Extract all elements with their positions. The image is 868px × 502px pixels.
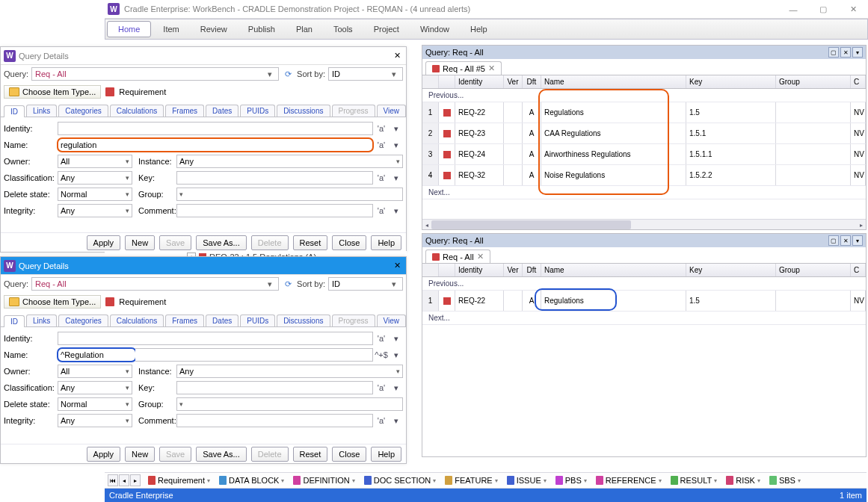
identity-arrow[interactable]: ▾ [390,124,403,134]
table-row[interactable]: 4REQ-32ANoise Regulations1.5.2.2NV [422,165,866,186]
horizontal-scrollbar[interactable]: ◂▸ [422,219,866,229]
close-icon[interactable]: ✕ [840,47,851,58]
tab-close-icon[interactable]: ✕ [477,252,484,261]
identity-exp[interactable]: 'a' [375,124,388,133]
type-chip[interactable]: RESULT▾ [668,474,721,487]
next-link[interactable]: Next... [422,186,866,199]
chevron-down-icon[interactable]: ▾ [714,477,717,484]
tab-calculations[interactable]: Calculations [110,105,164,117]
scroll-right-icon[interactable]: ▸ [857,220,866,230]
tab-close-icon[interactable]: ✕ [488,63,495,73]
tab-puids[interactable]: PUIDs [240,105,275,117]
minimize-button[interactable]: — [778,0,808,19]
delete-combo[interactable]: Normal [58,397,132,411]
reset-button[interactable]: Reset [293,447,328,462]
type-chip[interactable]: FEATURE▾ [442,474,501,487]
menu-plan[interactable]: Plan [286,19,323,39]
menu-window[interactable]: Window [410,19,460,39]
tab-links[interactable]: Links [26,314,57,326]
apply-button[interactable]: Apply [87,447,121,462]
next-link[interactable]: Next... [422,312,866,325]
save-as-button[interactable]: Save As... [196,447,247,462]
comment-exp[interactable]: 'a' [375,206,388,215]
close-icon[interactable]: ✕ [840,235,851,246]
tab-id[interactable]: ID [4,315,25,327]
col-ver[interactable]: Ver [504,75,523,88]
col-c[interactable]: C [851,75,866,88]
menu-home[interactable]: Home [107,21,151,37]
name-input[interactable]: ^Regulation [58,348,136,362]
owner-combo[interactable]: All [58,365,132,378]
classification-combo[interactable]: Any [58,381,132,394]
col-group[interactable]: Group [776,75,851,88]
close-button[interactable]: Close [332,447,366,462]
tab-frames[interactable]: Frames [165,105,204,117]
col-name[interactable]: Name [541,75,686,88]
tab-discussions[interactable]: Discussions [277,105,330,117]
tab-discussions[interactable]: Discussions [277,314,330,326]
col-c[interactable]: C [851,264,866,276]
integrity-combo[interactable]: Any [58,204,132,217]
name-input-ext[interactable] [135,348,373,362]
query-combo[interactable]: Req - All▾ [31,277,279,291]
choose-item-type-button[interactable]: Choose Item Type... [4,85,101,99]
tab-id[interactable]: ID [4,105,25,117]
delete-combo[interactable]: Normal [58,188,132,201]
col-key[interactable]: Key [686,264,776,276]
save-as-button[interactable]: Save As... [196,235,247,250]
col-dft[interactable]: Dft [523,264,541,276]
type-chip[interactable]: RISK▾ [723,474,763,487]
menu-help[interactable]: Help [460,19,498,39]
name-input[interactable]: regulation [58,138,373,152]
col-name[interactable]: Name [541,264,686,276]
tab-dates[interactable]: Dates [206,105,238,117]
chevron-down-icon[interactable]: ▾ [852,47,863,58]
choose-item-type-button[interactable]: Choose Item Type... [4,295,101,309]
key-input[interactable] [176,171,373,185]
col-dft[interactable]: Dft [523,75,541,88]
type-chip[interactable]: REFERENCE▾ [593,474,665,487]
key-exp[interactable]: 'a' [375,173,388,182]
nav-prev-icon[interactable]: ◂ [119,474,129,486]
instance-combo[interactable]: Any [176,155,403,168]
col-ver[interactable]: Ver [504,264,523,276]
chevron-down-icon[interactable]: ▾ [352,477,355,484]
tab-puids[interactable]: PUIDs [240,314,275,326]
integrity-combo[interactable]: Any [58,414,132,427]
chevron-down-icon[interactable]: ▾ [584,477,587,484]
menu-tools[interactable]: Tools [323,19,363,39]
sort-refresh-icon[interactable]: ⟳ [282,278,294,290]
scroll-thumb[interactable] [431,220,631,229]
chevron-down-icon[interactable]: ▾ [757,477,760,484]
col-identity[interactable]: Identity [455,264,504,276]
type-chip[interactable]: DOC SECTION▾ [361,474,439,487]
tab-links[interactable]: Links [26,105,57,117]
type-chip[interactable]: SBS▾ [766,474,804,487]
results-tab[interactable]: Req - All #5✕ [425,61,502,75]
help-button[interactable]: Help [371,235,401,250]
close-button[interactable]: ✕ [838,0,868,19]
type-chip[interactable]: DEFINITION▾ [290,474,357,487]
tab-view[interactable]: View [377,105,407,117]
previous-link[interactable]: Previous... [422,277,866,291]
identity-input[interactable] [58,332,373,345]
owner-combo[interactable]: All [58,155,132,168]
name-arrow[interactable]: ▾ [390,140,403,150]
identity-input[interactable] [58,122,373,135]
chevron-down-icon[interactable]: ▾ [852,235,863,246]
tab-view[interactable]: View [377,314,407,326]
comment-input[interactable] [176,414,373,427]
table-row[interactable]: 1REQ-22ARegulations1.5NV [422,291,866,312]
table-row[interactable]: 1REQ-22ARegulations1.5NV [422,102,866,123]
sort-combo[interactable]: ID▾ [328,277,403,291]
chevron-down-icon[interactable]: ▾ [281,477,284,484]
new-button[interactable]: New [125,447,155,462]
group-combo[interactable] [176,397,403,411]
tab-categories[interactable]: Categories [58,105,108,117]
tab-categories[interactable]: Categories [58,314,108,326]
name-exp[interactable]: 'a' [375,140,388,149]
help-button[interactable]: Help [371,447,401,462]
sort-refresh-icon[interactable]: ⟳ [282,68,294,80]
chevron-down-icon[interactable]: ▾ [659,477,662,484]
previous-link[interactable]: Previous... [422,89,866,102]
